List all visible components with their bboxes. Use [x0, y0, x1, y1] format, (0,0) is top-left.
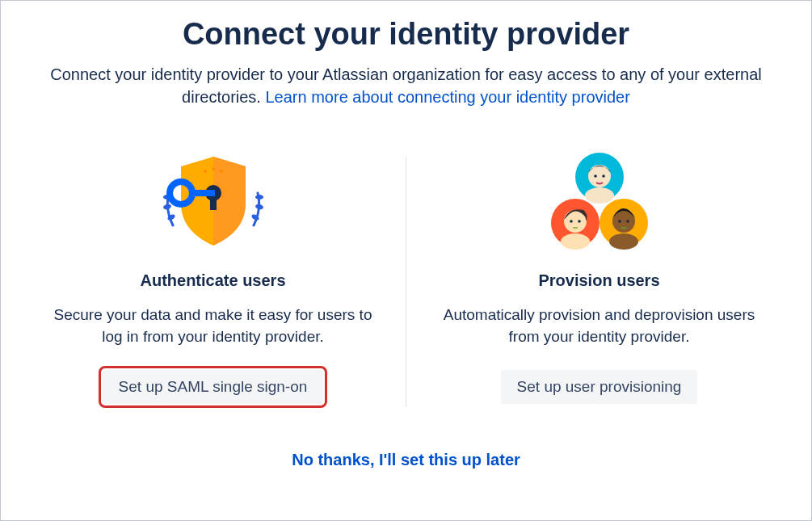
svg-rect-10	[210, 197, 217, 210]
identity-provider-panel: Connect your identity provider Connect y…	[0, 0, 812, 521]
authenticate-title: Authenticate users	[140, 271, 285, 290]
svg-rect-12	[189, 190, 215, 196]
option-columns: Authenticate users Secure your data and …	[20, 149, 792, 407]
svg-point-1	[162, 204, 171, 210]
svg-point-22	[578, 220, 581, 223]
provision-title: Provision users	[538, 271, 659, 290]
authenticate-description: Secure your data and make it easy for us…	[43, 305, 383, 347]
skip-setup-link[interactable]: No thanks, I'll set this up later	[292, 451, 520, 469]
svg-point-24	[609, 233, 638, 250]
learn-more-link[interactable]: Learn more about connecting your identit…	[265, 88, 629, 106]
svg-point-5	[255, 195, 263, 200]
page-subtitle: Connect your identity provider to your A…	[27, 63, 786, 108]
svg-point-14	[585, 187, 614, 204]
svg-point-19	[561, 233, 590, 250]
svg-point-7	[212, 167, 215, 170]
svg-point-6	[204, 170, 207, 173]
svg-point-16	[594, 174, 597, 178]
svg-point-27	[626, 220, 629, 223]
svg-point-4	[255, 204, 263, 210]
svg-point-21	[570, 220, 573, 223]
provision-column: Provision users Automatically provision …	[406, 149, 792, 407]
svg-point-8	[220, 170, 223, 173]
users-illustration	[527, 149, 672, 254]
page-title: Connect your identity provider	[183, 17, 629, 52]
shield-key-illustration	[141, 149, 286, 254]
setup-saml-button[interactable]: Set up SAML single sign-on	[103, 370, 324, 404]
provision-description: Automatically provision and deprovision …	[429, 305, 769, 347]
setup-provisioning-button[interactable]: Set up user provisioning	[501, 370, 698, 404]
svg-point-26	[618, 220, 621, 223]
authenticate-column: Authenticate users Secure your data and …	[20, 149, 406, 407]
svg-point-17	[602, 174, 605, 178]
